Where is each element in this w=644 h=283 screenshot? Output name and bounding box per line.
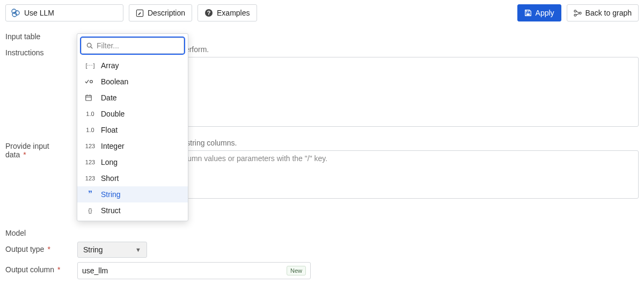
label-output-column: Output column* xyxy=(5,262,70,274)
question-icon: ? xyxy=(204,9,213,17)
required-marker: * xyxy=(23,150,26,159)
label-input-table: Input table xyxy=(5,29,70,41)
type-icon: ” xyxy=(85,190,96,199)
examples-label: Examples xyxy=(217,9,250,17)
type-icon: [⋯] xyxy=(85,62,96,69)
svg-point-11 xyxy=(87,43,91,47)
new-badge: New xyxy=(287,266,306,275)
output-column-input[interactable]: use_llm New xyxy=(77,262,311,279)
description-button[interactable]: Description xyxy=(129,4,192,21)
svg-text:?: ? xyxy=(207,10,211,16)
transform-title: Use LLM xyxy=(24,9,54,17)
type-icon: 123 xyxy=(85,175,96,182)
type-icon: {} xyxy=(85,207,96,214)
type-option-struct[interactable]: {}Struct xyxy=(77,202,188,219)
output-type-value: String xyxy=(83,245,103,254)
type-icon xyxy=(85,94,96,101)
transform-icon xyxy=(11,9,20,17)
search-icon xyxy=(86,42,93,49)
svg-point-8 xyxy=(574,10,576,12)
type-option-array[interactable]: [⋯]Array xyxy=(77,57,188,74)
type-option-label: Array xyxy=(101,61,119,70)
type-option-boolean[interactable]: Boolean xyxy=(77,74,188,90)
type-option-float[interactable]: 1.0Float xyxy=(77,122,188,138)
type-icon: 1.0 xyxy=(85,127,96,133)
filter-input[interactable]: Filter... xyxy=(81,38,184,54)
back-label: Back to graph xyxy=(586,9,632,17)
type-option-integer[interactable]: 123Integer xyxy=(77,138,188,154)
type-icon: 123 xyxy=(85,159,96,165)
type-option-label: Double xyxy=(101,110,125,118)
type-icon xyxy=(85,78,96,85)
label-instructions: Instructions xyxy=(5,45,70,57)
chevron-down-icon: ▼ xyxy=(135,246,141,253)
required-marker: * xyxy=(47,245,50,253)
svg-point-10 xyxy=(579,12,581,14)
type-options-list: [⋯]ArrayBooleanDate1.0Double1.0Float123I… xyxy=(77,57,188,221)
type-icon: 1.0 xyxy=(85,111,96,117)
type-icon: 123 xyxy=(85,143,96,149)
type-option-label: String xyxy=(101,190,121,199)
examples-button[interactable]: ? Examples xyxy=(197,4,257,21)
output-type-dropdown: Filter... [⋯]ArrayBooleanDate1.0Double1.… xyxy=(77,33,188,221)
edit-icon xyxy=(136,9,144,17)
type-option-date[interactable]: Date xyxy=(77,90,188,106)
apply-button[interactable]: Apply xyxy=(517,4,561,21)
type-option-label: Integer xyxy=(101,142,125,150)
svg-rect-14 xyxy=(86,96,92,101)
description-label: Description xyxy=(148,9,185,17)
type-option-double[interactable]: 1.0Double xyxy=(77,106,188,122)
svg-point-9 xyxy=(574,14,576,16)
output-column-value: use_llm xyxy=(82,266,287,275)
type-option-label: Boolean xyxy=(101,77,128,86)
type-option-label: Long xyxy=(101,158,118,166)
label-provide-input: Provide input data* xyxy=(5,139,70,159)
type-option-short[interactable]: 123Short xyxy=(77,170,188,186)
svg-rect-7 xyxy=(526,13,530,16)
row-output-type: Output type* String ▼ xyxy=(5,242,639,258)
svg-rect-6 xyxy=(526,10,529,12)
label-model: Model xyxy=(5,226,70,237)
type-option-label: Date xyxy=(101,93,117,102)
row-model: Model xyxy=(5,226,639,237)
type-option-label: Struct xyxy=(101,206,121,215)
transform-title-box[interactable]: Use LLM xyxy=(5,4,123,21)
type-option-label: Float xyxy=(101,126,118,134)
filter-placeholder: Filter... xyxy=(97,41,119,50)
top-toolbar: Use LLM Description ? Examples xyxy=(0,0,644,26)
apply-label: Apply xyxy=(536,9,554,17)
graph-icon xyxy=(574,9,582,17)
type-option-label: Short xyxy=(101,174,119,183)
row-output-column: Output column* use_llm New xyxy=(5,262,639,279)
type-option-long[interactable]: 123Long xyxy=(77,154,188,170)
label-output-type: Output type* xyxy=(5,242,70,253)
output-type-select[interactable]: String ▼ xyxy=(77,242,147,258)
required-marker: * xyxy=(57,265,60,274)
back-to-graph-button[interactable]: Back to graph xyxy=(567,4,639,21)
svg-point-13 xyxy=(90,81,93,83)
type-option-string[interactable]: ”String xyxy=(77,186,188,202)
save-icon xyxy=(524,9,532,17)
svg-line-12 xyxy=(91,47,92,48)
